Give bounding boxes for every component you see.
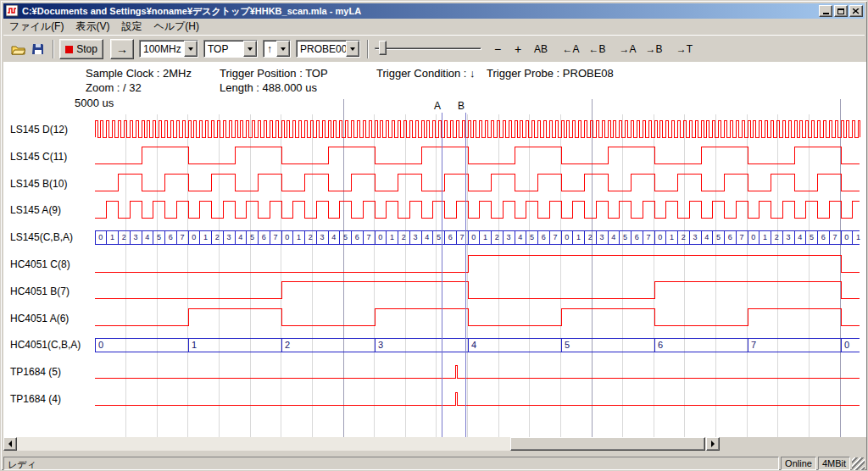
bus-value: 3 — [787, 233, 791, 241]
clock-select-value: 100MHz — [140, 41, 184, 57]
zoom-in-button[interactable]: + — [509, 40, 527, 58]
bus-value: 0 — [378, 233, 382, 241]
bus-value: 1 — [763, 233, 767, 241]
probe-select-value: PROBE00 — [297, 41, 346, 57]
slider-thumb[interactable] — [379, 41, 387, 55]
bus-value: 6 — [635, 233, 639, 241]
horizontal-scrollbar[interactable] — [3, 437, 720, 451]
bus-value: 3 — [414, 233, 418, 241]
goto-b-right-button[interactable]: →B — [642, 40, 666, 58]
window-title: C:¥Documents and Settings¥noname¥デスクトップ¥… — [22, 5, 817, 18]
bus-value: 2 — [215, 233, 220, 241]
menubar: ファイル(F) 表示(V) 設定 ヘルプ(H) — [3, 19, 865, 35]
bus-value: 7 — [274, 233, 278, 241]
bus-value: 1 — [203, 233, 208, 241]
bus-value: 1 — [483, 233, 487, 241]
bus-value: 1 — [390, 233, 394, 241]
goto-a-right-button[interactable]: →A — [615, 40, 640, 58]
stop-button[interactable]: Stop — [59, 39, 103, 59]
bus-value: 4 — [704, 233, 709, 241]
arrow-left-icon — [5, 441, 12, 447]
bus-value: 1 — [297, 233, 301, 241]
bus-value: 5 — [437, 233, 441, 241]
wave-square — [95, 175, 860, 191]
wave-square — [95, 309, 860, 326]
bus-value: 2 — [495, 233, 499, 241]
goto-a-left-button[interactable]: ←A — [559, 40, 583, 58]
bus-value: 7 — [181, 233, 185, 241]
goto-b-left-button[interactable]: ←B — [585, 40, 609, 58]
bus-value: 5 — [810, 233, 814, 241]
toolbar: Stop → 100MHz TOP ↑ PROBE00 − + AB ←A ←B… — [3, 35, 865, 62]
bus-value: 1 — [670, 233, 674, 241]
bus-value: 5 — [530, 233, 534, 241]
clock-select[interactable]: 100MHz — [139, 40, 198, 58]
maximize-button[interactable] — [834, 5, 848, 17]
bus-value: 5 — [565, 340, 570, 350]
zoom-slider[interactable] — [375, 40, 481, 58]
status-ready: レディ — [3, 457, 779, 470]
minimize-icon — [823, 13, 829, 14]
bus-value: 3 — [693, 233, 698, 241]
bus-value: 2 — [122, 233, 126, 241]
bus-value: 4 — [518, 233, 522, 241]
slider-track[interactable] — [375, 47, 481, 50]
bus-value: 4 — [471, 340, 476, 350]
zoom-out-button[interactable]: − — [488, 40, 507, 58]
bus-value: 5 — [623, 233, 627, 241]
minimize-button[interactable] — [819, 5, 832, 17]
run-button[interactable]: → — [110, 39, 134, 59]
menu-help[interactable]: ヘルプ(H) — [147, 18, 205, 36]
toolbar-separator — [367, 40, 369, 58]
bus-value: 7 — [740, 233, 744, 241]
scroll-right-button[interactable] — [706, 437, 720, 451]
bus-value: 6 — [355, 233, 359, 241]
scroll-left-button[interactable] — [3, 437, 17, 451]
bus-value: 1 — [856, 233, 860, 241]
titlebar: C:¥Documents and Settings¥noname¥デスクトップ¥… — [3, 3, 865, 19]
bus-value: 3 — [320, 233, 325, 241]
trigger-position-select[interactable]: TOP — [203, 40, 258, 58]
bus-value: 0 — [751, 233, 755, 241]
bus-value: 3 — [507, 233, 511, 241]
open-button[interactable] — [8, 40, 28, 58]
bus-value: 4 — [145, 233, 149, 241]
trigger-edge-select[interactable]: ↑ — [263, 40, 291, 58]
ab-button[interactable]: AB — [529, 40, 553, 58]
chevron-down-icon[interactable] — [346, 41, 359, 57]
bus-value: 0 — [844, 340, 849, 350]
menu-view[interactable]: 表示(V) — [70, 18, 115, 36]
bus-value: 7 — [367, 233, 371, 241]
probe-select[interactable]: PROBE00 — [296, 40, 360, 58]
bus-value: 6 — [448, 233, 453, 241]
resize-grip[interactable] — [852, 457, 865, 470]
stop-label: Stop — [76, 43, 97, 55]
bus-value: 5 — [250, 233, 254, 241]
chevron-down-icon[interactable] — [276, 41, 290, 57]
bus-value: 3 — [134, 233, 138, 241]
statusbar: レディ Online 4MBit — [3, 455, 865, 470]
close-button[interactable] — [849, 5, 863, 17]
bus-value: 4 — [611, 233, 615, 241]
bus-value: 0 — [192, 233, 196, 241]
scroll-thumb[interactable] — [510, 437, 705, 451]
stop-icon — [65, 46, 73, 53]
chevron-down-icon[interactable] — [243, 41, 257, 57]
toolbar-separator — [53, 40, 54, 58]
bus-value: 2 — [285, 340, 290, 350]
bus-value: 0 — [98, 233, 103, 241]
bus-value: 5 — [157, 233, 161, 241]
cursor-A-label: A — [434, 100, 441, 112]
status-online: Online — [781, 457, 816, 470]
maximize-icon — [837, 8, 844, 14]
bus-value: 0 — [471, 233, 476, 241]
menu-file[interactable]: ファイル(F) — [3, 18, 70, 36]
bus-value: 0 — [98, 340, 103, 350]
chevron-down-icon[interactable] — [184, 41, 198, 57]
wave-pulses — [95, 120, 860, 137]
goto-trigger-button[interactable]: →T — [672, 40, 697, 58]
bus-value: 6 — [728, 233, 732, 241]
menu-settings[interactable]: 設定 — [115, 18, 147, 36]
bus-value: 6 — [821, 233, 826, 241]
save-button[interactable] — [28, 40, 48, 58]
